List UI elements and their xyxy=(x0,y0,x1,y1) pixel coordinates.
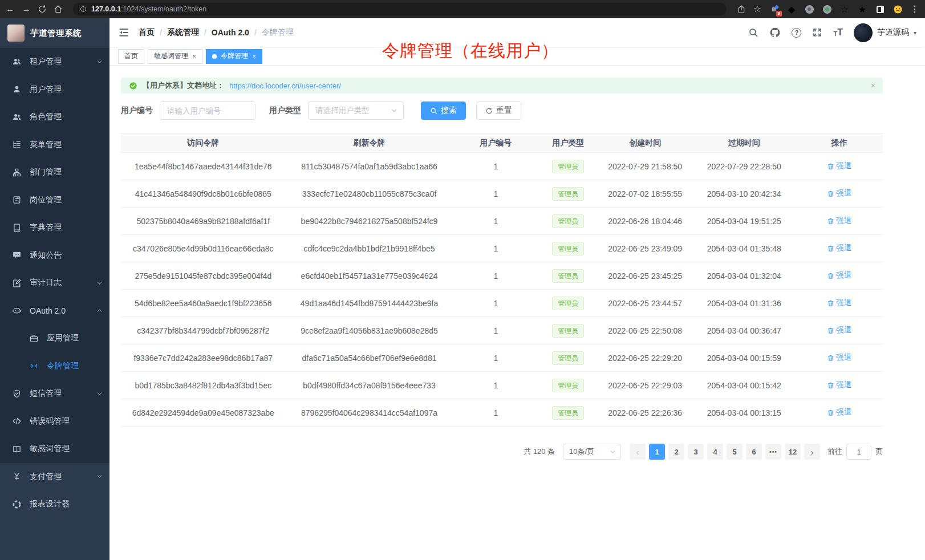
gray-circle-extension-icon[interactable] xyxy=(804,4,814,14)
user-type-badge: 管理员 xyxy=(552,242,584,255)
hamburger-icon[interactable] xyxy=(118,27,129,38)
page-button[interactable]: 2 xyxy=(668,444,684,460)
close-icon[interactable]: × xyxy=(192,52,196,60)
forward-icon[interactable]: → xyxy=(22,5,31,14)
back-icon[interactable]: ← xyxy=(6,5,15,14)
pagination: 共 120 条 10条/页 ‹ 123456•••12 › 前往 页 xyxy=(121,444,883,460)
force-logout-button[interactable]: 强退 xyxy=(827,161,851,171)
close-icon[interactable]: × xyxy=(252,52,256,60)
sidebar-item[interactable]: 错误码管理 xyxy=(0,408,109,436)
sidebar-item[interactable]: 支付管理 xyxy=(0,463,109,491)
sidebar-item[interactable]: 应用管理 xyxy=(0,324,109,352)
chevron-down-icon xyxy=(96,59,103,65)
sidebar-item[interactable]: 岗位管理 xyxy=(0,186,109,214)
more-pages-button[interactable]: ••• xyxy=(765,444,781,460)
green-star-extension-icon[interactable]: ☆ xyxy=(839,4,850,14)
sidebar-item[interactable]: 菜单管理 xyxy=(0,131,109,159)
page-button[interactable]: 5 xyxy=(727,444,743,460)
fullscreen-icon[interactable] xyxy=(812,27,822,38)
force-logout-button[interactable]: 强退 xyxy=(827,243,851,253)
force-logout-button[interactable]: 强退 xyxy=(827,325,851,335)
share-icon[interactable] xyxy=(737,5,746,14)
side-panel-icon[interactable] xyxy=(875,4,885,14)
access-token-cell: 41c41346a548490f9dc8b01c6bfe0865 xyxy=(121,180,286,208)
bookmark-star-icon[interactable]: ☆ xyxy=(753,5,761,14)
tab-敏感词管理[interactable]: 敏感词管理× xyxy=(148,49,202,64)
force-logout-button[interactable]: 强退 xyxy=(827,216,851,226)
gem-extension-icon[interactable]: ◆ xyxy=(786,4,797,14)
chevron-down-icon xyxy=(96,280,103,286)
table-header-row: 访问令牌刷新令牌用户编号用户类型创建时间过期时间操作 xyxy=(121,133,883,153)
extension-grid-icon[interactable]: ◆9 xyxy=(769,4,779,14)
created-time-cell: 2022-06-25 22:29:03 xyxy=(598,372,692,399)
page-button[interactable]: 12 xyxy=(785,444,801,460)
sidebar-item[interactable]: 审计日志 xyxy=(0,269,109,297)
font-size-icon[interactable]: TT xyxy=(833,28,843,37)
breadcrumb-item[interactable]: OAuth 2.0 xyxy=(212,28,249,37)
help-icon[interactable]: ? xyxy=(792,28,801,38)
chevron-down-icon xyxy=(391,107,397,114)
tab-令牌管理[interactable]: 令牌管理× xyxy=(206,49,262,64)
sidebar-item[interactable]: OAuth 2.0 xyxy=(0,297,109,325)
action-label: 强退 xyxy=(836,216,851,226)
force-logout-button[interactable]: 强退 xyxy=(827,380,851,390)
sidebar-item[interactable]: 部门管理 xyxy=(0,159,109,186)
force-logout-button[interactable]: 强退 xyxy=(827,188,851,198)
page-button[interactable]: 1 xyxy=(649,444,665,460)
refresh-token-cell: 49d1aa46d1454fbd87591444423be9fa xyxy=(286,290,453,317)
breadcrumb-item[interactable]: 首页 xyxy=(139,27,155,38)
page-size-select[interactable]: 10条/页 xyxy=(563,444,621,460)
page-button[interactable]: 4 xyxy=(707,444,723,460)
access-token-cell: 54d6be82ee5a460a9aedc1f9bf223656 xyxy=(121,290,286,317)
users-icon xyxy=(11,112,22,122)
doc-link[interactable]: https://doc.iocoder.cn/user-center/ xyxy=(229,82,341,90)
home-icon[interactable] xyxy=(54,5,63,14)
goto-page-input[interactable] xyxy=(846,444,871,460)
sidebar-item[interactable]: 报表设计器 xyxy=(0,490,109,518)
sidebar-item[interactable]: 令牌管理 xyxy=(0,352,109,380)
action-cell: 强退 xyxy=(796,317,883,344)
github-icon[interactable] xyxy=(769,27,781,38)
sidebar-item-label: 短信管理 xyxy=(30,388,96,399)
breadcrumb-item[interactable]: 系统管理 xyxy=(167,27,199,38)
app-logo[interactable]: 芋道管理系统 xyxy=(0,18,109,48)
sidebar-item[interactable]: 字典管理 xyxy=(0,214,109,242)
url-bar[interactable]: 127.0.0.1:1024/system/oauth2/token xyxy=(73,3,727,15)
force-logout-button[interactable]: 强退 xyxy=(827,298,851,308)
user-id-input[interactable] xyxy=(160,102,255,120)
force-logout-button[interactable]: 强退 xyxy=(827,352,851,363)
page-button[interactable]: 3 xyxy=(688,444,704,460)
kebab-menu-icon[interactable]: ⋮ xyxy=(910,5,919,14)
table-row: c347026e805e4d99b0d116eae66eda8ccdfc4ce9… xyxy=(121,235,883,262)
breadcrumb-separator: / xyxy=(204,28,206,37)
sidebar-item[interactable]: 敏感词管理 xyxy=(0,435,109,463)
sidebar-item[interactable]: 用户管理 xyxy=(0,76,109,104)
refresh-token-cell: b0df4980ffd34c67a08f9156e4eee733 xyxy=(286,372,453,399)
action-cell: 强退 xyxy=(796,262,883,290)
search-button[interactable]: 搜索 xyxy=(421,102,466,120)
white-star-extension-icon[interactable]: ★ xyxy=(857,4,867,14)
tab-首页[interactable]: 首页 xyxy=(118,49,144,64)
prev-page-button[interactable]: ‹ xyxy=(630,444,646,460)
reset-button[interactable]: 重置 xyxy=(476,102,521,120)
sidebar-item[interactable]: 租户管理 xyxy=(0,48,109,76)
created-time-cell: 2022-06-25 23:49:09 xyxy=(598,235,692,262)
page-button[interactable]: 6 xyxy=(746,444,762,460)
close-icon[interactable]: × xyxy=(871,81,875,90)
chevron-down-icon xyxy=(96,473,103,480)
user-type-badge: 管理员 xyxy=(552,214,584,228)
green-dot-extension-icon[interactable] xyxy=(822,4,832,14)
force-logout-button[interactable]: 强退 xyxy=(827,270,851,281)
next-page-button[interactable]: › xyxy=(804,444,820,460)
sidebar-item[interactable]: 角色管理 xyxy=(0,103,109,131)
sidebar-item[interactable]: 短信管理 xyxy=(0,380,109,408)
user-type-select[interactable]: 请选择用户类型 xyxy=(308,102,404,120)
info-icon[interactable] xyxy=(80,6,87,13)
sidebar-item[interactable]: 通知公告 xyxy=(0,242,109,270)
user-dropdown[interactable]: 芋道源码 ▾ xyxy=(854,23,916,42)
profile-emoji-icon[interactable] xyxy=(892,4,903,14)
force-logout-button[interactable]: 强退 xyxy=(827,407,851,417)
reload-icon[interactable] xyxy=(38,5,47,14)
search-icon[interactable] xyxy=(748,27,758,38)
sidebar-item-label: 报表设计器 xyxy=(30,499,103,509)
